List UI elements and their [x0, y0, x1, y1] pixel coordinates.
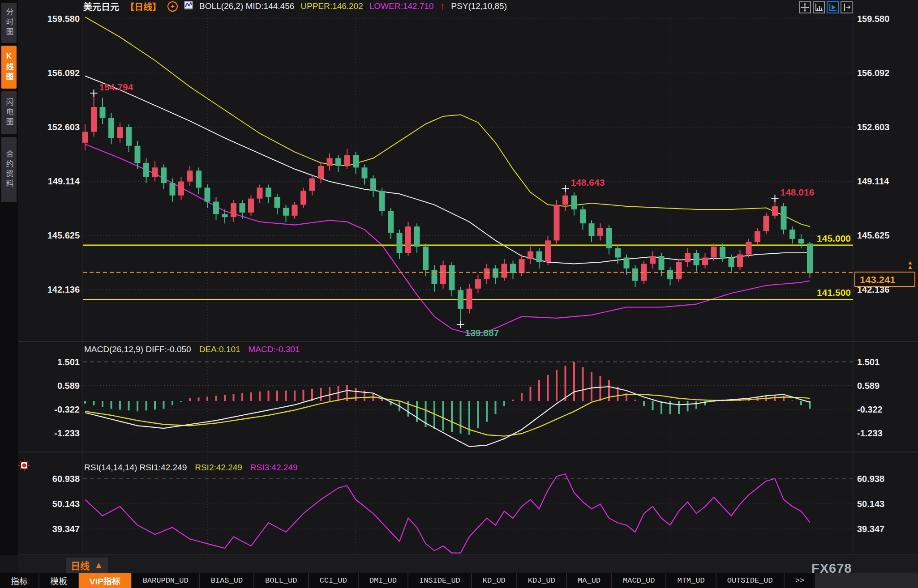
- indicator-tabbar: 指标模板VIP指标BARUPDN_UDBIAS_UDBOLL_UDCCI_UDD…: [0, 573, 918, 588]
- svg-text:39.347: 39.347: [857, 524, 884, 534]
- svg-text:-1.233: -1.233: [857, 428, 883, 438]
- bottom-tab-10[interactable]: KDJ_UD: [517, 573, 566, 588]
- macd-value-readout: MACD:-0.301: [249, 345, 300, 354]
- bottom-tab-8[interactable]: INSIDE_UD: [408, 573, 471, 588]
- bottom-tab-12[interactable]: MACD_UD: [612, 573, 665, 588]
- svg-text:142.136: 142.136: [47, 285, 80, 294]
- bottom-tab-1[interactable]: 模板: [39, 573, 78, 588]
- svg-text:39.347: 39.347: [52, 524, 80, 534]
- svg-text:159.580: 159.580: [857, 14, 889, 24]
- svg-text:0.589: 0.589: [57, 381, 80, 391]
- svg-text:139.887: 139.887: [465, 328, 499, 338]
- rsi-pane: [85, 474, 810, 553]
- macd-diff-readout: MACD(26,12,9) DIFF:-0.050: [84, 345, 191, 354]
- svg-text:1.501: 1.501: [857, 357, 879, 367]
- svg-text:-0.322: -0.322: [54, 405, 80, 414]
- bottom-tab-7[interactable]: DMI_UD: [359, 573, 408, 588]
- svg-text:141.500: 141.500: [817, 287, 851, 298]
- svg-text:148.643: 148.643: [571, 177, 605, 187]
- bottom-tab-2[interactable]: VIP指标: [79, 573, 131, 588]
- svg-text:50.143: 50.143: [857, 499, 884, 509]
- rsi2-readout: RSI2:42.249: [195, 463, 242, 473]
- bottom-tab-0[interactable]: 指标: [0, 573, 39, 588]
- macd-pane: [84, 362, 811, 447]
- svg-text:156.092: 156.092: [857, 68, 889, 78]
- period-dropdown-arrow-icon: ▲: [94, 560, 103, 571]
- svg-text:145.625: 145.625: [857, 230, 889, 240]
- chart-canvas[interactable]: 159.580159.580156.092156.092152.603152.6…: [0, 0, 918, 588]
- bottom-tab-15[interactable]: >>: [785, 573, 815, 588]
- bottom-tab-9[interactable]: KD_UD: [472, 573, 516, 588]
- svg-text:60.938: 60.938: [857, 474, 884, 484]
- svg-text:148.016: 148.016: [781, 187, 815, 197]
- bottom-tab-6[interactable]: CCI_UD: [309, 573, 358, 588]
- period-selector[interactable]: 日线 ▲: [66, 558, 108, 573]
- svg-text:60.938: 60.938: [52, 474, 80, 484]
- macd-dea-readout: DEA:0.101: [199, 345, 240, 354]
- svg-text:159.580: 159.580: [47, 14, 80, 24]
- svg-text:149.114: 149.114: [857, 176, 889, 186]
- svg-text:0.589: 0.589: [857, 381, 879, 391]
- svg-text:152.603: 152.603: [857, 122, 889, 132]
- bottom-tab-11[interactable]: MA_UD: [567, 573, 611, 588]
- macd-header: MACD(26,12,9) DIFF:-0.050 DEA:0.101 MACD…: [84, 345, 300, 354]
- alert-burst-icon: [18, 459, 30, 473]
- svg-text:-0.322: -0.322: [857, 405, 883, 414]
- svg-text:145.625: 145.625: [47, 230, 80, 240]
- svg-text:-1.233: -1.233: [54, 428, 80, 438]
- svg-text:154.794: 154.794: [99, 82, 133, 92]
- rsi1-readout: RSI(14,14,14) RSI1:42.249: [84, 463, 187, 473]
- bottom-tab-5[interactable]: BOLL_UD: [254, 573, 308, 588]
- svg-text:149.114: 149.114: [48, 176, 80, 186]
- period-label: 日线: [71, 558, 90, 572]
- svg-text:1.501: 1.501: [57, 357, 80, 367]
- app-window: 美元日元 【日线】 BOLL(26,2) MID:144.456 UPPER:1…: [0, 0, 918, 588]
- last-price-badge: 143.241: [854, 272, 915, 287]
- svg-text:145.000: 145.000: [817, 233, 851, 243]
- svg-text:156.092: 156.092: [47, 68, 80, 78]
- time-axis-strip: [18, 555, 918, 573]
- bottom-tab-13[interactable]: MTM_UD: [666, 573, 715, 588]
- bollinger-bands: [85, 17, 810, 334]
- rsi-header: RSI(14,14,14) RSI1:42.249 RSI2:42.249 RS…: [84, 463, 297, 473]
- svg-text:152.603: 152.603: [47, 122, 80, 132]
- bottom-tab-3[interactable]: BARUPDN_UD: [132, 573, 199, 588]
- rsi3-readout: RSI3:42.249: [250, 463, 298, 473]
- svg-text:50.143: 50.143: [52, 499, 80, 509]
- bottom-tab-14[interactable]: OUTSIDE_UD: [716, 573, 784, 588]
- price-tick-arrows-icon: ▲▲: [907, 260, 913, 269]
- bottom-tab-4[interactable]: BIAS_UD: [200, 573, 253, 588]
